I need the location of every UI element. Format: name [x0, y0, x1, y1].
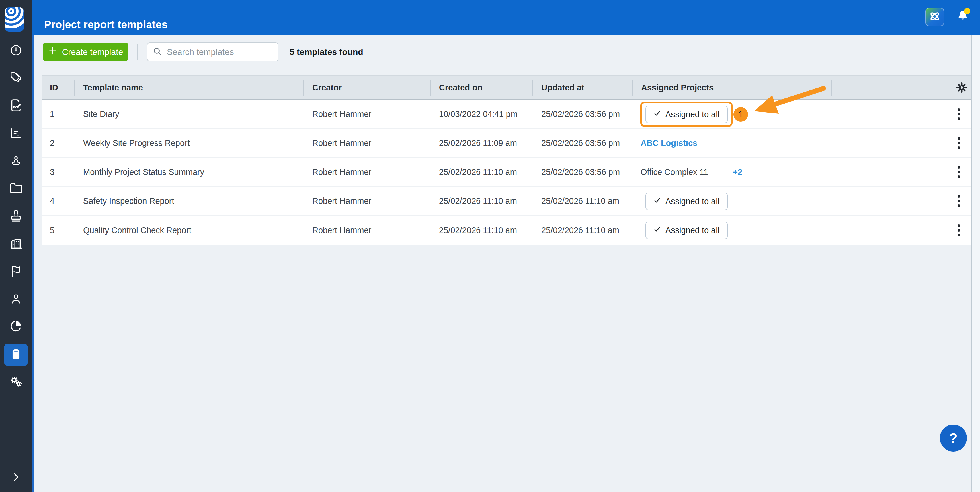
plus-icon — [48, 46, 57, 58]
column-settings-gear-icon[interactable] — [956, 82, 967, 93]
sidebar-item-tags[interactable] — [4, 67, 28, 89]
sidebar-item-approvals-stamp[interactable] — [4, 205, 28, 228]
row-menu-kebab-icon[interactable] — [954, 129, 964, 157]
cell-updated-at: 25/02/2026 11:10 am — [533, 216, 633, 245]
assigned-to-all-button[interactable]: Assigned to all — [645, 193, 728, 210]
cell-updated-at: 25/02/2026 03:56 pm — [533, 100, 633, 128]
assigned-to-all-label: Assigned to all — [665, 110, 720, 119]
cell-created-on: 25/02/2026 11:10 am — [430, 187, 533, 215]
documents-folder-icon — [10, 182, 23, 196]
cell-updated-at: 25/02/2026 11:10 am — [533, 187, 633, 215]
column-header-created-on: Created on — [430, 76, 533, 99]
sidebar-expand-button[interactable] — [0, 470, 32, 485]
cell-creator: Robert Hammer — [304, 158, 430, 186]
search-icon — [147, 46, 162, 58]
search-box — [147, 43, 278, 61]
row-menu-kebab-icon[interactable] — [954, 100, 964, 128]
notification-bell-icon — [956, 19, 970, 24]
row-menu-kebab-icon[interactable] — [954, 187, 964, 215]
cell-creator: Robert Hammer — [304, 216, 430, 245]
column-header-id: ID — [42, 76, 75, 99]
assigned-to-all-label: Assigned to all — [665, 196, 720, 206]
analytics-pie-icon — [10, 320, 23, 334]
top-header-bar: Project report templates — [32, 0, 980, 35]
table-row[interactable]: 4Safety Inspection ReportRobert Hammer25… — [42, 187, 972, 216]
cell-id: 2 — [42, 129, 75, 157]
projects-buildings-icon — [10, 237, 23, 251]
cell-created-on: 10/03/2022 04:41 pm — [430, 100, 533, 128]
row-menu-kebab-icon[interactable] — [954, 216, 964, 245]
column-header-updated-at: Updated at — [533, 76, 633, 99]
sidebar-item-manpower-location[interactable] — [4, 150, 28, 173]
cell-creator: Robert Hammer — [304, 129, 430, 157]
assigned-to-all-button[interactable]: Assigned to all — [645, 222, 728, 239]
sidebar-item-dashboard[interactable] — [4, 40, 28, 62]
cell-template-name: Site Diary — [75, 100, 304, 128]
column-header-template-name: Template name — [75, 76, 304, 99]
cell-created-on: 25/02/2026 11:10 am — [430, 158, 533, 186]
annotation-step-badge: 1 — [733, 107, 748, 122]
sidebar-item-users[interactable] — [4, 288, 28, 311]
column-divider — [303, 80, 304, 96]
app-switcher-icon — [928, 10, 941, 24]
create-template-label: Create template — [62, 47, 123, 57]
manpower-location-icon — [10, 154, 23, 168]
milestones-flag-icon — [10, 265, 23, 279]
report-templates-icon — [10, 348, 23, 362]
sidebar-item-report-templates[interactable] — [4, 343, 28, 366]
assigned-project-name: Office Complex 11 — [641, 158, 708, 186]
users-icon — [10, 292, 23, 307]
sidebar-item-milestones-flag[interactable] — [4, 260, 28, 283]
table-row[interactable]: 2Weekly Site Progress ReportRobert Hamme… — [42, 129, 972, 158]
notifications-button[interactable] — [956, 10, 970, 25]
cell-template-name: Weekly Site Progress Report — [75, 129, 304, 157]
cell-template-name: Quality Control Check Report — [75, 216, 304, 245]
column-divider — [74, 80, 75, 96]
table-row[interactable]: 3Monthly Project Status SummaryRobert Ha… — [42, 158, 972, 187]
sidebar-item-site-diary[interactable] — [4, 95, 28, 117]
sidebar — [0, 0, 32, 492]
sidebar-item-projects-buildings[interactable] — [4, 233, 28, 256]
app-switcher-button[interactable] — [925, 8, 944, 26]
sidebar-item-gantt-chart[interactable] — [4, 123, 28, 145]
help-button[interactable]: ? — [940, 425, 967, 452]
cell-updated-at: 25/02/2026 03:56 pm — [533, 129, 633, 157]
app-root: Project report templates Create template… — [0, 0, 980, 492]
cell-template-name: Safety Inspection Report — [75, 187, 304, 215]
right-scroll-rail — [971, 35, 980, 492]
settings-gears-icon — [10, 375, 23, 390]
column-divider — [533, 80, 533, 96]
site-diary-icon — [10, 99, 23, 113]
column-header-creator: Creator — [304, 76, 430, 99]
cell-updated-at: 25/02/2026 03:56 pm — [533, 158, 633, 186]
more-projects-link[interactable]: +2 — [733, 158, 742, 186]
cell-created-on: 25/02/2026 11:10 am — [430, 216, 533, 245]
sidebar-item-settings-gears[interactable] — [4, 371, 28, 393]
dashboard-icon — [10, 44, 23, 58]
search-input[interactable] — [166, 47, 278, 57]
column-divider — [632, 80, 633, 96]
cell-id: 3 — [42, 158, 75, 186]
assigned-to-all-button[interactable]: Assigned to all — [645, 105, 728, 123]
table-row[interactable]: 1Site DiaryRobert Hammer10/03/2022 04:41… — [42, 100, 972, 129]
assigned-project-link[interactable]: ABC Logistics — [641, 129, 697, 157]
cell-id: 5 — [42, 216, 75, 245]
table-header-row: IDTemplate nameCreatorCreated onUpdated … — [42, 76, 972, 100]
check-icon — [654, 225, 661, 235]
brand-logo — [5, 8, 24, 32]
cell-creator: Robert Hammer — [304, 187, 430, 215]
cell-creator: Robert Hammer — [304, 100, 430, 128]
assigned-to-all-label: Assigned to all — [665, 225, 720, 235]
check-icon — [654, 196, 661, 206]
unread-notification-dot — [964, 8, 970, 14]
templates-table: IDTemplate nameCreatorCreated onUpdated … — [41, 75, 972, 245]
table-row[interactable]: 5Quality Control Check ReportRobert Hamm… — [42, 216, 972, 245]
column-divider — [430, 80, 431, 96]
check-icon — [654, 110, 661, 119]
toolbar-divider — [137, 44, 138, 60]
sidebar-item-documents-folder[interactable] — [4, 178, 28, 200]
tags-icon — [10, 71, 23, 86]
sidebar-item-analytics-pie[interactable] — [4, 316, 28, 338]
create-template-button[interactable]: Create template — [43, 43, 128, 61]
row-menu-kebab-icon[interactable] — [954, 158, 964, 186]
